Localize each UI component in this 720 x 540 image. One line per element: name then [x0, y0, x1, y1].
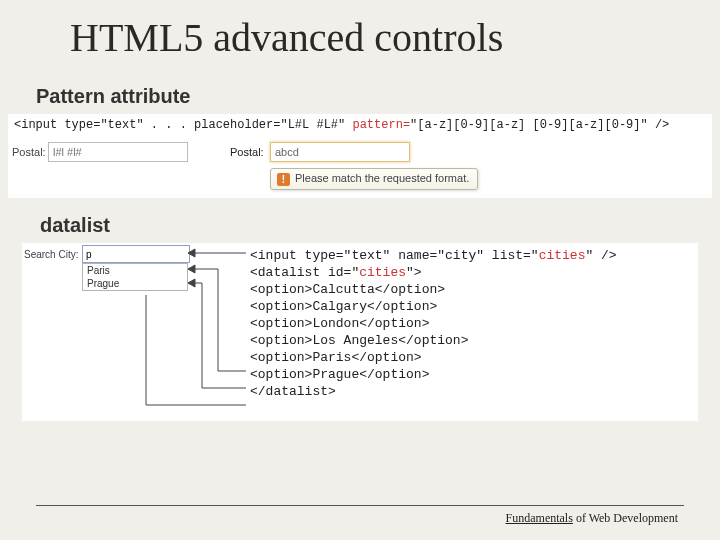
code-line: <option>Paris</option> — [250, 349, 617, 366]
validation-tooltip: !Please match the requested format. — [270, 168, 478, 190]
code-red: cities — [539, 248, 586, 263]
code-red: cities — [359, 265, 406, 280]
code-line: <option>Calgary</option> — [250, 298, 617, 315]
code-text: <datalist id=" — [250, 265, 359, 280]
connector-lines — [22, 243, 252, 423]
postal2-label: Postal: — [230, 146, 264, 158]
code-line: <option>London</option> — [250, 315, 617, 332]
code-line: <option>Los Angeles</option> — [250, 332, 617, 349]
svg-marker-3 — [188, 265, 195, 273]
code-line: </datalist> — [250, 383, 617, 400]
postal2-input[interactable] — [270, 142, 410, 162]
postal1-input[interactable] — [48, 142, 188, 162]
section-datalist-heading: datalist — [40, 214, 720, 237]
datalist-demo: Search City: Paris Prague <input type="t… — [22, 243, 698, 421]
pattern-demo: Postal: Postal: !Please match the reques… — [8, 136, 712, 198]
tooltip-text: Please match the requested format. — [295, 172, 469, 184]
postal1-label: Postal: — [12, 146, 46, 158]
code-highlight: pattern= — [352, 118, 410, 132]
code-part2: "[a-z][0-9][a-z] [0-9][a-z][0-9]" /> — [410, 118, 669, 132]
footer-text: Fundamentals of Web Development — [506, 511, 678, 526]
code-line: <option>Prague</option> — [250, 366, 617, 383]
footer-divider — [36, 505, 684, 506]
code-text: <input type="text" name="city" list=" — [250, 248, 539, 263]
footer-rest: of Web Development — [573, 511, 678, 525]
code-text: "> — [406, 265, 422, 280]
warning-icon: ! — [277, 173, 290, 186]
datalist-code: <input type="text" name="city" list="cit… — [250, 247, 617, 400]
code-part1: <input type="text" . . . placeholder="L#… — [14, 118, 352, 132]
section-pattern-heading: Pattern attribute — [36, 85, 720, 108]
svg-marker-1 — [188, 249, 195, 257]
page-title: HTML5 advanced controls — [70, 14, 720, 61]
pattern-code-block: <input type="text" . . . placeholder="L#… — [8, 114, 712, 136]
code-line: <option>Calcutta</option> — [250, 281, 617, 298]
footer-underlined: Fundamentals — [506, 511, 573, 525]
svg-marker-7 — [188, 279, 195, 287]
code-text: " /> — [585, 248, 616, 263]
